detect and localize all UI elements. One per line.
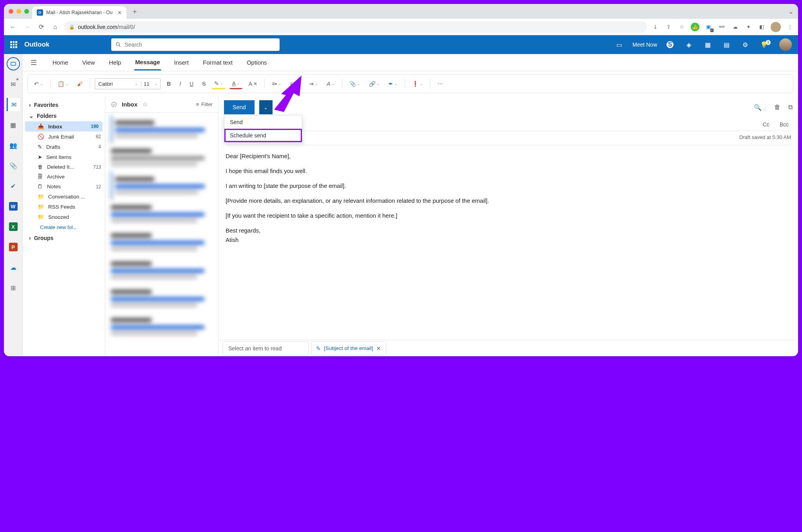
paste-button[interactable]: 📋 ⌄ xyxy=(55,79,71,88)
bookmark-icon[interactable]: ☆ xyxy=(677,23,686,31)
settings-icon[interactable]: ⚙ xyxy=(739,41,751,49)
home-button[interactable]: ⌂ xyxy=(50,22,60,32)
skype-icon[interactable]: S xyxy=(664,41,676,48)
mail-rail-active-icon[interactable]: ✉ xyxy=(7,98,20,111)
close-draft-tab-icon[interactable]: ✕ xyxy=(376,345,381,352)
chrome-menu-icon[interactable]: ⋮ xyxy=(786,23,794,31)
highlight-button[interactable]: ✎⌄ xyxy=(212,79,226,89)
tab-help[interactable]: Help xyxy=(108,55,122,70)
tips-icon[interactable]: 💡1 xyxy=(758,41,770,49)
close-window-button[interactable] xyxy=(9,9,13,14)
onedrive-rail-icon[interactable]: ☁ xyxy=(7,261,20,274)
italic-button[interactable]: I xyxy=(177,79,183,88)
attach-button[interactable]: 📎⌄ xyxy=(347,79,363,88)
tab-format-text[interactable]: Format text xyxy=(202,55,233,70)
message-list-body[interactable] xyxy=(105,113,218,356)
tab-options[interactable]: Options xyxy=(246,55,268,70)
bold-button[interactable]: B xyxy=(164,79,173,88)
close-tab-icon[interactable]: ✕ xyxy=(117,10,122,16)
powerpoint-rail-icon[interactable]: P xyxy=(7,240,20,254)
nav-toggle-icon[interactable]: ☰ xyxy=(31,58,37,67)
tab-view[interactable]: View xyxy=(81,55,96,70)
calendar-rail-icon[interactable]: ▦ xyxy=(7,118,20,132)
select-all-icon[interactable] xyxy=(111,101,117,108)
bullets-button[interactable]: ≡•⌄ xyxy=(269,79,284,88)
back-button[interactable]: ← xyxy=(8,22,18,32)
files-rail-icon[interactable]: 📎 xyxy=(7,159,20,172)
font-family-select[interactable]: Calibri⌄ 11⌄ xyxy=(95,78,161,89)
forward-button[interactable]: → xyxy=(22,22,32,32)
outlook-logo-icon[interactable] xyxy=(7,57,20,70)
extension-icon[interactable]: ☁︎ xyxy=(731,23,739,31)
send-dropdown-button[interactable]: ⌄ xyxy=(259,100,273,114)
folder-archive[interactable]: 🗄Archive xyxy=(23,172,105,182)
meet-camera-icon[interactable]: ▭ xyxy=(614,41,625,49)
folder-inbox[interactable]: 📥Inbox190 xyxy=(25,121,103,132)
teams-icon[interactable]: ▦ xyxy=(702,41,713,49)
people-rail-icon[interactable]: 👥 xyxy=(7,139,20,152)
more-apps-rail-icon[interactable]: ⊞ xyxy=(7,281,20,294)
signature-button[interactable]: ✒⌄ xyxy=(386,79,400,88)
undo-button[interactable]: ↶ ⌄ xyxy=(32,79,45,88)
account-avatar[interactable] xyxy=(779,38,792,51)
tab-home[interactable]: Home xyxy=(52,55,69,70)
maximize-window-button[interactable] xyxy=(24,9,29,14)
cc-button[interactable]: Cc xyxy=(760,121,772,128)
groups-section[interactable]: ›Groups xyxy=(23,233,105,243)
folders-section[interactable]: ⌄Folders xyxy=(23,110,105,121)
folder-rss[interactable]: 📁RSS Feeds xyxy=(23,202,105,212)
filter-button[interactable]: ≡Filter xyxy=(196,101,213,107)
search-box[interactable] xyxy=(111,38,280,51)
app-launcher-icon[interactable] xyxy=(10,41,17,48)
bcc-button[interactable]: Bcc xyxy=(777,121,791,128)
folder-conversation-history[interactable]: 📁Conversation ... xyxy=(23,191,105,202)
extensions-menu-icon[interactable]: ✦ xyxy=(744,23,753,31)
link-button[interactable]: 🔗⌄ xyxy=(367,79,382,88)
send-button[interactable]: Send xyxy=(224,100,255,114)
draft-tab[interactable]: ✎ [Subject of the email] ✕ xyxy=(311,341,386,355)
folder-snoozed[interactable]: 📁Snoozed xyxy=(23,212,105,222)
tabs-overflow-icon[interactable]: ⌄ xyxy=(788,8,793,15)
folder-junk[interactable]: 🚫Junk Email82 xyxy=(23,132,105,142)
clear-formatting-button[interactable]: A✕ xyxy=(246,79,260,88)
folder-notes[interactable]: 🗒Notes12 xyxy=(23,182,105,191)
menu-schedule-send[interactable]: Schedule send xyxy=(224,129,302,142)
minimize-window-button[interactable] xyxy=(16,9,21,14)
new-tab-button[interactable]: ＋ xyxy=(130,5,140,18)
search-input[interactable] xyxy=(125,41,276,48)
font-size-select[interactable]: 11⌄ xyxy=(141,81,160,87)
sidepanel-icon[interactable]: ◧ xyxy=(757,23,766,31)
premium-icon[interactable]: ◈ xyxy=(683,41,695,49)
extension-icon[interactable]: ▣4 xyxy=(704,23,713,31)
meet-now-link[interactable]: Meet Now xyxy=(632,41,657,48)
format-painter-button[interactable]: 🖌 xyxy=(75,79,85,88)
folder-drafts[interactable]: ✎Drafts4 xyxy=(23,142,105,152)
more-options-button[interactable]: ⋯ xyxy=(435,79,445,88)
extension-icon[interactable]: 👓 xyxy=(717,23,726,31)
styles-button[interactable]: A⌄ xyxy=(324,79,337,88)
address-bar[interactable]: 🔒 outlook.live.com/mail/0/ xyxy=(64,21,647,33)
tab-message[interactable]: Message xyxy=(134,55,161,70)
word-rail-icon[interactable]: W xyxy=(7,200,20,213)
compose-body[interactable]: Dear [Recipient's Name], I hope this ema… xyxy=(219,145,798,356)
popout-icon[interactable]: ⧉ xyxy=(788,104,793,111)
favorites-section[interactable]: ›Favorites xyxy=(23,99,105,110)
excel-rail-icon[interactable]: X xyxy=(7,220,20,233)
numbering-button[interactable]: ≡1⌄ xyxy=(287,79,303,88)
mail-rail-icon[interactable]: ✉ xyxy=(7,78,20,91)
share-icon[interactable]: ⇪ xyxy=(664,23,673,31)
underline-button[interactable]: U xyxy=(187,79,196,88)
browser-tab[interactable]: O Mail - Atish Rajasekharan - Ou ✕ xyxy=(32,6,126,19)
folder-deleted[interactable]: 🗑Deleted It...713 xyxy=(23,162,105,172)
install-pwa-icon[interactable]: ⤓ xyxy=(651,23,659,31)
menu-send[interactable]: Send xyxy=(224,115,302,129)
strikethrough-button[interactable]: S xyxy=(200,79,208,88)
tab-insert[interactable]: Insert xyxy=(173,55,190,70)
extension-icon[interactable]: 👍 xyxy=(691,23,699,31)
zoom-icon[interactable]: 🔍 ⌄ xyxy=(754,104,766,111)
reload-button[interactable]: ⟳ xyxy=(36,22,46,32)
favorite-star-icon[interactable]: ☆ xyxy=(142,101,148,108)
planner-icon[interactable]: ▤ xyxy=(721,41,732,49)
folder-sent[interactable]: ➤Sent Items xyxy=(23,152,105,162)
font-color-button[interactable]: A⌄ xyxy=(229,79,242,89)
